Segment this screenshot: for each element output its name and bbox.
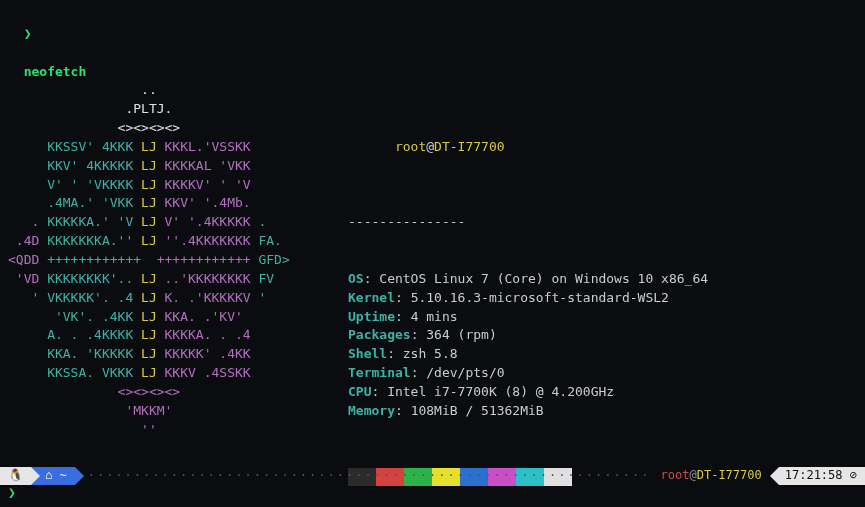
- user-host-line: root@DT-I77700: [348, 119, 857, 176]
- info-value: 108MiB / 51362MiB: [411, 403, 544, 418]
- prompt-line[interactable]: ❯ neofetch: [8, 6, 857, 81]
- segment-os-icon[interactable]: 🐧: [0, 467, 31, 485]
- neofetch-output: .. .PLTJ. <><><><> KKSSV' 4KKK LJ KKKL.'…: [8, 81, 857, 507]
- info-key: OS: [348, 271, 364, 286]
- info-key: Memory: [348, 403, 395, 418]
- info-row: OS: CentOS Linux 7 (Core) on Windows 10 …: [348, 270, 857, 289]
- info-key: CPU: [348, 384, 371, 399]
- status-fill: ········································…: [84, 467, 646, 484]
- info-row: Shell: zsh 5.8: [348, 345, 857, 364]
- info-row: Packages: 364 (rpm): [348, 326, 857, 345]
- segment-clock[interactable]: 17:21:58 ⊘: [779, 467, 865, 485]
- system-info: root@DT-I77700 --------------- OS: CentO…: [348, 81, 857, 507]
- status-at: @: [689, 467, 696, 484]
- cwd-text: ⌂ ~: [45, 467, 67, 484]
- info-value: CentOS Linux 7 (Core) on Windows 10 x86_…: [379, 271, 708, 286]
- info-key: Kernel: [348, 290, 395, 305]
- at-sign: @: [426, 139, 434, 154]
- info-value: zsh 5.8: [403, 346, 458, 361]
- info-user: root: [395, 139, 426, 154]
- clock-text: 17:21:58 ⊘: [785, 467, 857, 484]
- info-host: DT-I77700: [434, 139, 504, 154]
- status-bar: 🐧 ⌂ ~ ··································…: [0, 467, 865, 485]
- ascii-logo: .. .PLTJ. <><><><> KKSSV' 4KKK LJ KKKL.'…: [8, 81, 348, 507]
- info-row: Kernel: 5.10.16.3-microsoft-standard-WSL…: [348, 289, 857, 308]
- info-key: Terminal: [348, 365, 411, 380]
- info-key: Shell: [348, 346, 387, 361]
- prompt-char: ❯: [24, 26, 32, 41]
- penguin-icon: 🐧: [8, 467, 23, 484]
- info-row: Uptime: 4 mins: [348, 308, 857, 327]
- prompt-char: ❯: [8, 485, 16, 500]
- bottom-prompt[interactable]: ❯: [8, 484, 16, 503]
- segment-arrow: [770, 467, 779, 485]
- segment-arrow: [31, 467, 40, 485]
- status-host: DT-I77700: [697, 467, 762, 484]
- info-value: 5.10.16.3-microsoft-standard-WSL2: [411, 290, 669, 305]
- info-key: Uptime: [348, 309, 395, 324]
- info-row: Terminal: /dev/pts/0: [348, 364, 857, 383]
- segment-user-host[interactable]: root@DT-I77700: [655, 467, 770, 485]
- info-value: /dev/pts/0: [426, 365, 504, 380]
- command-text: neofetch: [24, 64, 87, 79]
- separator-line: ---------------: [348, 213, 857, 232]
- info-value: 364 (rpm): [426, 327, 496, 342]
- info-list: OS: CentOS Linux 7 (Core) on Windows 10 …: [348, 270, 857, 421]
- info-value: Intel i7-7700K (8) @ 4.200GHz: [387, 384, 614, 399]
- segment-arrow: [646, 467, 655, 485]
- info-key: Packages: [348, 327, 411, 342]
- info-row: CPU: Intel i7-7700K (8) @ 4.200GHz: [348, 383, 857, 402]
- segment-arrow: [75, 467, 84, 485]
- status-user: root: [661, 467, 690, 484]
- info-row: Memory: 108MiB / 51362MiB: [348, 402, 857, 421]
- info-value: 4 mins: [411, 309, 458, 324]
